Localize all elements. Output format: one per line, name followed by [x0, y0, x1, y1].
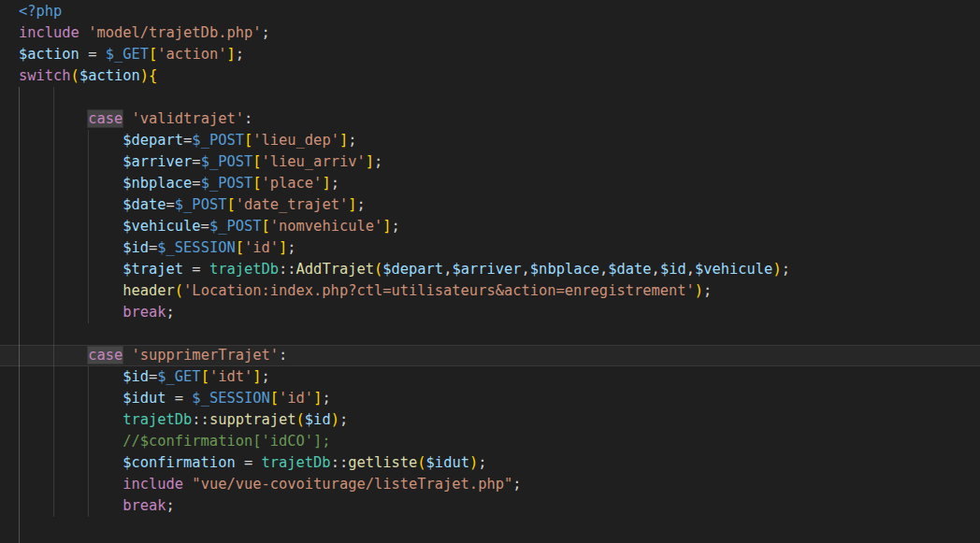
- code-line[interactable]: $vehicule=$_POST['nomvehicule'];: [0, 216, 980, 237]
- token-cls: trajetDb: [122, 411, 192, 428]
- token-op: ;: [339, 411, 348, 428]
- token-var: $id: [122, 368, 149, 385]
- token-op: ;: [348, 132, 356, 149]
- token-kw: break: [122, 497, 166, 514]
- token-txt: [122, 347, 131, 364]
- token-op: ,: [686, 261, 695, 278]
- token-op: =: [192, 175, 200, 192]
- token-sg: $_POST: [201, 153, 253, 170]
- token-op: ;: [287, 239, 295, 256]
- token-cmt: //$confirmation['idCO'];: [122, 433, 330, 450]
- token-txt: [19, 368, 122, 385]
- code-line[interactable]: [0, 87, 980, 108]
- token-sg: $_POST: [192, 132, 244, 149]
- code-line[interactable]: $arriver=$_POST['lieu_arriv'];: [0, 151, 980, 173]
- token-str: 'validtrajet': [132, 110, 244, 127]
- token-var: $arriver: [122, 153, 192, 170]
- code-line[interactable]: include 'model/trajetDb.php';: [0, 22, 980, 44]
- code-line[interactable]: $date=$_POST['date_trajet'];: [0, 194, 980, 216]
- token-op: ;: [782, 261, 790, 278]
- token-txt: [19, 110, 88, 127]
- code-line[interactable]: include "vue/vue-covoiturage/listeTrajet…: [0, 474, 980, 495]
- code-line[interactable]: break;: [0, 302, 980, 323]
- token-br: ): [469, 454, 478, 471]
- token-var: $confirmation: [122, 454, 235, 471]
- token-op: ;: [356, 196, 365, 213]
- token-str: 'nomvehicule': [270, 218, 382, 235]
- token-br: (: [175, 282, 183, 299]
- token-op: ::: [279, 261, 296, 278]
- code-line[interactable]: header('Location:index.php?ctl=utilisate…: [0, 280, 980, 302]
- token-op: =: [166, 196, 175, 213]
- token-str: "vue/vue-covoiturage/listeTrajet.php": [192, 476, 512, 493]
- code-line[interactable]: $depart=$_POST['lieu_dep'];: [0, 130, 980, 151]
- token-txt: [19, 390, 122, 407]
- code-line[interactable]: $id=$_GET['idt'];: [0, 366, 980, 388]
- token-op: =: [79, 46, 106, 63]
- code-line[interactable]: $confirmation = trajetDb::getliste($idut…: [0, 452, 980, 474]
- token-br: [: [226, 196, 235, 213]
- token-fn: header: [122, 282, 175, 299]
- code-line[interactable]: trajetDb::supptrajet($id);: [0, 409, 980, 431]
- token-var: $idut: [426, 454, 469, 471]
- token-txt: [19, 411, 122, 428]
- php-code-editor[interactable]: <?phpinclude 'model/trajetDb.php';$actio…: [0, 0, 980, 543]
- code-line[interactable]: switch($action){: [0, 65, 980, 87]
- token-br: ]: [252, 368, 261, 385]
- token-var: $vehicule: [122, 218, 200, 235]
- token-var: $id: [122, 239, 149, 256]
- token-br: ]: [339, 132, 348, 149]
- token-var: $id: [660, 261, 686, 278]
- token-kw-highlighted: case: [88, 347, 122, 364]
- code-line[interactable]: $idut = $_SESSION['id'];: [0, 388, 980, 409]
- token-br: ): [140, 67, 149, 84]
- code-line[interactable]: case 'validtrajet':: [0, 108, 980, 130]
- token-br: ]: [366, 153, 374, 170]
- token-br: {: [149, 67, 157, 84]
- token-br: (: [71, 67, 79, 84]
- token-var: $trajet: [122, 261, 183, 278]
- token-op: ;: [261, 24, 269, 41]
- token-cls: trajetDb: [261, 454, 330, 471]
- token-kw-highlighted: case: [88, 110, 122, 127]
- token-str: 'date_trajet': [236, 196, 348, 213]
- code-line[interactable]: break;: [0, 495, 980, 517]
- code-line[interactable]: $nbplace=$_POST['place'];: [0, 173, 980, 194]
- token-var: $idut: [122, 390, 166, 407]
- code-line[interactable]: //$confirmation['idCO'];: [0, 431, 980, 452]
- code-line[interactable]: [0, 323, 980, 345]
- code-line[interactable]: $id=$_SESSION['id'];: [0, 237, 980, 259]
- code-line[interactable]: $action = $_GET['action'];: [0, 44, 980, 65]
- token-br: [: [252, 175, 261, 192]
- token-br: ]: [322, 175, 330, 192]
- token-kw: switch: [19, 67, 71, 84]
- token-sg: $_SESSION: [157, 239, 235, 256]
- token-var: $id: [305, 411, 331, 428]
- token-br: [: [236, 239, 244, 256]
- token-br: ]: [279, 239, 287, 256]
- token-sg: $_POST: [175, 196, 227, 213]
- token-tag: <?php: [19, 3, 62, 20]
- token-op: =: [192, 153, 200, 170]
- token-sg: $_GET: [157, 368, 200, 385]
- code-line[interactable]: $trajet = trajetDb::AddTrajet($depart,$a…: [0, 259, 980, 280]
- token-op: =: [149, 239, 157, 256]
- code-line-current[interactable]: case 'supprimerTrajet':: [0, 345, 980, 366]
- token-br: [: [270, 390, 279, 407]
- token-txt: [19, 304, 122, 321]
- token-op: =: [236, 454, 262, 471]
- token-br: ): [695, 282, 703, 299]
- token-op: =: [183, 261, 209, 278]
- token-str: 'place': [262, 175, 323, 192]
- token-str: 'action': [157, 46, 226, 63]
- token-op: ::: [192, 411, 209, 428]
- token-str: 'Location:index.php?ctl=utilisateurs&act…: [183, 282, 695, 299]
- token-br: ]: [382, 218, 391, 235]
- token-br: (: [374, 261, 382, 278]
- token-str: 'lieu_dep': [252, 132, 339, 149]
- code-line[interactable]: <?php: [0, 1, 980, 22]
- token-sg: $_SESSION: [192, 390, 269, 407]
- token-op: =: [166, 390, 193, 407]
- token-br: [: [244, 132, 252, 149]
- token-op: ;: [478, 454, 486, 471]
